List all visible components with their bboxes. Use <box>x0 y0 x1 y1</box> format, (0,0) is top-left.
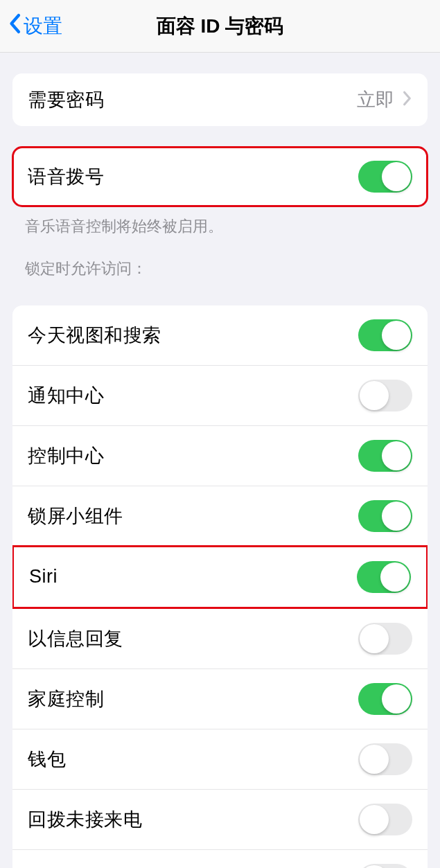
locked-access-toggle[interactable] <box>358 804 412 835</box>
locked-access-toggle[interactable] <box>358 380 412 411</box>
page-title: 面容 ID 与密码 <box>157 13 284 39</box>
locked-access-label: 以信息回复 <box>28 626 123 651</box>
passcode-group: 需要密码 立即 <box>12 73 428 126</box>
require-passcode-row[interactable]: 需要密码 立即 <box>12 73 428 126</box>
locked-access-label: 通知中心 <box>28 383 104 408</box>
locked-access-row: 控制中心 <box>12 425 428 486</box>
locked-access-row: 通知中心 <box>12 365 428 425</box>
locked-access-label: 钱包 <box>28 747 66 772</box>
locked-access-toggle[interactable] <box>358 440 412 472</box>
locked-access-row: USB 配件 <box>12 849 428 868</box>
locked-access-header: 锁定时允许访问： <box>0 238 440 285</box>
require-passcode-value: 立即 <box>357 87 412 112</box>
locked-access-row: 回拨未接来电 <box>12 789 428 849</box>
locked-access-label: 锁屏小组件 <box>28 504 123 529</box>
locked-access-row: 锁屏小组件 <box>12 486 428 546</box>
back-label: 设置 <box>24 13 62 39</box>
locked-access-label: 家庭控制 <box>28 687 104 711</box>
chevron-left-icon <box>8 13 21 39</box>
voice-dial-group: 语音拨号 <box>12 147 428 206</box>
locked-access-group: 今天视图和搜索通知中心控制中心锁屏小组件Siri以信息回复家庭控制钱包回拨未接来… <box>12 305 428 868</box>
require-passcode-label: 需要密码 <box>28 87 104 112</box>
locked-access-toggle[interactable] <box>358 864 412 868</box>
locked-access-label: 控制中心 <box>28 443 104 468</box>
locked-access-label: 回拨未接来电 <box>28 807 142 832</box>
locked-access-row: 家庭控制 <box>12 668 428 729</box>
locked-access-label: Siri <box>29 566 58 587</box>
voice-dial-label: 语音拨号 <box>28 164 104 189</box>
locked-access-toggle[interactable] <box>358 500 412 532</box>
locked-access-toggle[interactable] <box>358 683 412 715</box>
locked-access-row: 以信息回复 <box>12 608 428 668</box>
header-bar: 设置 面容 ID 与密码 <box>0 0 440 53</box>
locked-access-label: 今天视图和搜索 <box>28 323 161 348</box>
locked-access-row: 今天视图和搜索 <box>12 305 428 365</box>
locked-access-toggle[interactable] <box>358 743 412 775</box>
locked-access-row: Siri <box>12 545 428 609</box>
voice-dial-row: 语音拨号 <box>12 147 428 206</box>
chevron-right-icon <box>403 89 412 111</box>
back-button[interactable]: 设置 <box>0 13 62 39</box>
locked-access-toggle[interactable] <box>357 561 411 593</box>
voice-dial-footer: 音乐语音控制将始终被启用。 <box>0 206 440 238</box>
voice-dial-toggle[interactable] <box>358 161 412 193</box>
locked-access-toggle[interactable] <box>358 623 412 655</box>
locked-access-toggle[interactable] <box>358 319 412 351</box>
locked-access-row: 钱包 <box>12 729 428 789</box>
